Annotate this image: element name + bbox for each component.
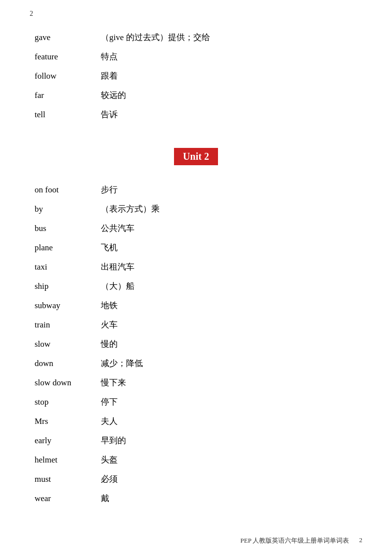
vocab-table-section1: gave（give 的过去式）提供；交给feature特点follow跟着far…: [30, 28, 362, 124]
footer-text: PEP 人教版英语六年级上册单词单词表: [240, 536, 349, 545]
list-item: far较远的: [30, 86, 362, 105]
chinese-meaning: 较远的: [99, 86, 362, 105]
chinese-meaning: 慢下来: [99, 373, 362, 392]
list-item: feature特点: [30, 47, 362, 66]
english-word: far: [30, 86, 99, 105]
list-item: Mrs夫人: [30, 412, 362, 431]
list-item: early早到的: [30, 431, 362, 450]
list-item: down减少；降低: [30, 354, 362, 373]
english-word: must: [30, 469, 99, 489]
list-item: slow慢的: [30, 334, 362, 354]
chinese-meaning: 慢的: [99, 334, 362, 354]
chinese-meaning: 出租汽车: [99, 257, 362, 277]
chinese-meaning: 地铁: [99, 296, 362, 315]
list-item: wear戴: [30, 489, 362, 508]
list-item: tell告诉: [30, 105, 362, 124]
list-item: helmet头盔: [30, 450, 362, 469]
list-item: follow跟着: [30, 66, 362, 86]
list-item: subway地铁: [30, 296, 362, 315]
list-item: by（表示方式）乘: [30, 199, 362, 219]
english-word: slow down: [30, 373, 99, 392]
unit-badge-row: Unit 2: [30, 134, 362, 175]
page-number-top: 2: [30, 10, 362, 18]
chinese-meaning: 头盔: [99, 450, 362, 469]
list-item: bus公共汽车: [30, 219, 362, 238]
english-word: gave: [30, 28, 99, 47]
chinese-meaning: 告诉: [99, 105, 362, 124]
chinese-meaning: 必须: [99, 469, 362, 489]
list-item: slow down慢下来: [30, 373, 362, 392]
chinese-meaning: 早到的: [99, 431, 362, 450]
english-word: down: [30, 354, 99, 373]
english-word: stop: [30, 392, 99, 412]
list-item: must必须: [30, 469, 362, 489]
chinese-meaning: 夫人: [99, 412, 362, 431]
english-word: on foot: [30, 180, 99, 199]
page: 2 gave（give 的过去式）提供；交给feature特点follow跟着f…: [0, 0, 392, 555]
english-word: wear: [30, 489, 99, 508]
english-word: plane: [30, 238, 99, 257]
list-item: taxi出租汽车: [30, 257, 362, 277]
list-item: stop停下: [30, 392, 362, 412]
chinese-meaning: 公共汽车: [99, 219, 362, 238]
english-word: tell: [30, 105, 99, 124]
list-item: on foot步行: [30, 180, 362, 199]
list-item: plane飞机: [30, 238, 362, 257]
chinese-meaning: 步行: [99, 180, 362, 199]
chinese-meaning: 火车: [99, 315, 362, 334]
list-item: ship（大）船: [30, 277, 362, 296]
chinese-meaning: 跟着: [99, 66, 362, 86]
chinese-meaning: 停下: [99, 392, 362, 412]
page-footer: PEP 人教版英语六年级上册单词单词表 2: [0, 536, 392, 545]
vocab-table-section2: on foot步行by（表示方式）乘bus公共汽车plane飞机taxi出租汽车…: [30, 180, 362, 508]
chinese-meaning: （give 的过去式）提供；交给: [99, 28, 362, 47]
english-word: subway: [30, 296, 99, 315]
list-item: gave（give 的过去式）提供；交给: [30, 28, 362, 47]
english-word: slow: [30, 334, 99, 354]
english-word: early: [30, 431, 99, 450]
chinese-meaning: （大）船: [99, 277, 362, 296]
chinese-meaning: （表示方式）乘: [99, 199, 362, 219]
english-word: ship: [30, 277, 99, 296]
english-word: bus: [30, 219, 99, 238]
english-word: train: [30, 315, 99, 334]
chinese-meaning: 飞机: [99, 238, 362, 257]
english-word: Mrs: [30, 412, 99, 431]
english-word: follow: [30, 66, 99, 86]
unit-badge: Unit 2: [174, 148, 218, 165]
english-word: by: [30, 199, 99, 219]
english-word: helmet: [30, 450, 99, 469]
english-word: taxi: [30, 257, 99, 277]
list-item: train火车: [30, 315, 362, 334]
page-number-bottom: 2: [359, 536, 363, 545]
chinese-meaning: 戴: [99, 489, 362, 508]
chinese-meaning: 特点: [99, 47, 362, 66]
chinese-meaning: 减少；降低: [99, 354, 362, 373]
english-word: feature: [30, 47, 99, 66]
